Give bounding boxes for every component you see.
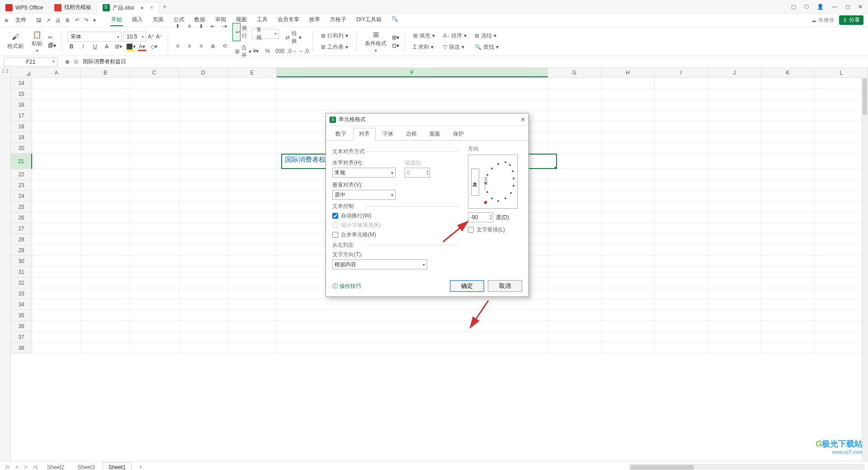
cell[interactable] [32,234,81,245]
cell[interactable] [179,256,228,267]
cell[interactable] [708,256,761,267]
cell[interactable] [601,78,655,89]
menu-icon[interactable]: ≡ [5,17,8,24]
cell[interactable] [548,310,601,321]
cell[interactable] [130,154,179,169]
cell[interactable] [130,212,179,223]
row-header-26[interactable]: 26 [11,212,32,223]
cell[interactable] [130,223,179,234]
cell[interactable] [179,78,228,89]
cell[interactable] [601,99,655,110]
tab-insert[interactable]: 插入 [131,14,144,26]
add-sheet-button[interactable]: + [133,462,148,470]
cell[interactable] [130,277,179,288]
cell[interactable] [548,299,601,310]
cell[interactable] [761,78,815,89]
cell[interactable] [81,343,130,353]
cell[interactable] [32,212,81,223]
cell[interactable] [228,78,277,89]
cell[interactable] [708,234,761,245]
tab-close-icon[interactable]: × [150,5,153,11]
cell[interactable] [815,169,868,180]
cell[interactable] [228,256,277,267]
table-style-icon[interactable]: ⊞▾ [392,34,399,41]
find-button[interactable]: 🔍 查找▾ [472,42,501,52]
cell[interactable] [130,245,179,256]
degree-spinner[interactable]: -90 [468,212,493,222]
row-header-15[interactable]: 15 [11,89,32,99]
cell[interactable] [548,143,601,154]
cell[interactable] [815,110,868,121]
align-right-icon[interactable]: ≡ [197,43,205,60]
window-maximize-icon[interactable]: ◻ [845,4,850,10]
cell[interactable] [179,99,228,110]
cell[interactable] [601,288,655,299]
cut-icon[interactable]: ✂ [48,34,56,41]
merge-button[interactable]: ⊞ 合并▾ [232,43,241,60]
cell[interactable] [548,234,601,245]
sum-button[interactable]: Σ 求和▾ [410,42,438,52]
cell[interactable] [601,143,655,154]
cell[interactable] [708,89,761,99]
cell[interactable] [815,143,868,154]
cell[interactable] [228,299,277,310]
dlg-tab-border[interactable]: 边框 [400,128,423,140]
cancel-button[interactable]: 取消 [488,280,522,292]
cell[interactable] [228,132,277,143]
cell[interactable] [708,212,761,223]
dlg-tab-number[interactable]: 数字 [330,128,352,140]
cell[interactable] [708,288,761,299]
cell[interactable] [548,288,601,299]
cell[interactable] [130,321,179,332]
cell[interactable] [708,223,761,234]
cell[interactable] [601,212,655,223]
text-dir-select[interactable]: 根据内容 [332,259,427,269]
cell[interactable] [815,288,868,299]
cell[interactable] [228,212,277,223]
cell[interactable] [130,332,179,343]
italic-icon[interactable]: I [79,43,87,51]
cell[interactable] [761,191,815,202]
dlg-tab-pattern[interactable]: 图案 [424,128,446,140]
export-icon[interactable]: ↗ [46,17,51,24]
col-header-A[interactable]: A [32,68,81,77]
align-center-icon[interactable]: ≡ [185,43,193,60]
cell[interactable] [761,110,815,121]
cell[interactable] [32,332,81,343]
cell[interactable] [601,154,655,169]
cell[interactable] [277,321,548,332]
cell[interactable] [601,321,655,332]
col-header-F[interactable]: F [277,68,548,77]
cell[interactable] [81,99,130,110]
cell[interactable] [81,288,130,299]
cell[interactable] [761,310,815,321]
cell[interactable] [228,191,277,202]
cell[interactable] [601,332,655,343]
cell[interactable] [548,267,601,277]
cell[interactable] [708,299,761,310]
cell[interactable] [815,277,868,288]
outline-column[interactable]: 1 2 [0,68,11,461]
cell[interactable] [32,89,81,99]
window-restore-icon[interactable]: ▢ [791,4,796,10]
tab-diy[interactable]: DIY工具箱 [355,14,382,26]
cell[interactable] [761,245,815,256]
name-box[interactable]: F21 [4,57,58,66]
cell[interactable] [761,288,815,299]
row-header-17[interactable]: 17 [11,110,32,121]
undo-icon[interactable]: ↶ [75,17,80,24]
cell[interactable] [708,110,761,121]
cell[interactable] [815,180,868,191]
cell[interactable] [708,343,761,353]
cell[interactable] [81,267,130,277]
cell[interactable] [655,234,708,245]
cell[interactable] [81,277,130,288]
tips-link[interactable]: ⓘ操作技巧 [332,282,361,290]
row-header-29[interactable]: 29 [11,245,32,256]
cell[interactable] [81,223,130,234]
window-close-icon[interactable]: ✕ [858,4,863,10]
cell[interactable] [179,202,228,212]
cell[interactable] [655,89,708,99]
cell[interactable] [655,223,708,234]
row-header-25[interactable]: 25 [11,202,32,212]
